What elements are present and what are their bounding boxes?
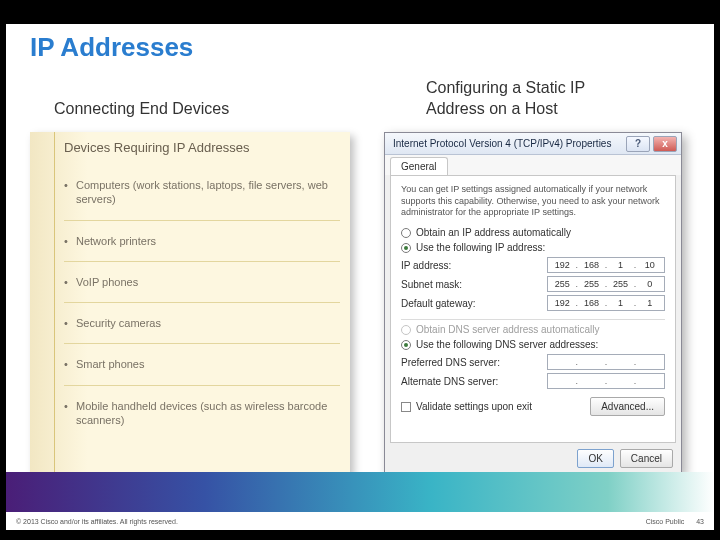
list-item: Network printers — [64, 221, 340, 262]
divider — [401, 319, 665, 320]
subnet-mask-input[interactable]: 255. 255. 255. 0 — [547, 276, 665, 292]
radio-obtain-ip-auto[interactable]: Obtain an IP address automatically — [401, 227, 665, 238]
field-label: IP address: — [401, 260, 451, 271]
radio-icon — [401, 228, 411, 238]
slide-footer: © 2013 Cisco and/or its affiliates. All … — [6, 512, 714, 530]
close-button[interactable]: x — [653, 136, 677, 152]
checkbox-icon — [401, 402, 411, 412]
help-button[interactable]: ? — [626, 136, 650, 152]
dialog-description: You can get IP settings assigned automat… — [401, 184, 665, 219]
radio-icon — [401, 340, 411, 350]
validate-row: Validate settings upon exit Advanced... — [401, 397, 665, 416]
dialog-footer: OK Cancel — [385, 443, 681, 473]
default-gateway-input[interactable]: 192. 168. 1. 1 — [547, 295, 665, 311]
note-heading: Devices Requiring IP Addresses — [64, 140, 340, 155]
ip-fields: IP address: 192. 168. 1. 10 Subnet mask:… — [401, 257, 665, 311]
list-item: Smart phones — [64, 344, 340, 385]
dialog-title: Internet Protocol Version 4 (TCP/IPv4) P… — [393, 138, 611, 149]
radio-label: Obtain an IP address automatically — [416, 227, 571, 238]
radio-use-following-dns[interactable]: Use the following DNS server addresses: — [401, 339, 665, 350]
list-item: VoIP phones — [64, 262, 340, 303]
gradient-bar — [6, 472, 714, 512]
alternate-dns-input[interactable]: . . . — [547, 373, 665, 389]
list-item: Mobile handheld devices (such as wireles… — [64, 386, 340, 441]
subtitle-left: Connecting End Devices — [54, 100, 229, 118]
note-panel: Devices Requiring IP Addresses Computers… — [30, 132, 350, 474]
cancel-button[interactable]: Cancel — [620, 449, 673, 468]
footer-copyright: © 2013 Cisco and/or its affiliates. All … — [16, 518, 178, 525]
field-label: Preferred DNS server: — [401, 357, 500, 368]
field-alternate-dns: Alternate DNS server: . . . — [401, 373, 665, 389]
radio-icon — [401, 325, 411, 335]
dialog-body: You can get IP settings assigned automat… — [390, 175, 676, 443]
footer-classification: Cisco Public — [646, 518, 685, 525]
window-buttons: ? x — [626, 136, 677, 152]
list-item: Computers (work stations, laptops, file … — [64, 165, 340, 221]
field-ip-address: IP address: 192. 168. 1. 10 — [401, 257, 665, 273]
ok-button[interactable]: OK — [577, 449, 613, 468]
ip-address-input[interactable]: 192. 168. 1. 10 — [547, 257, 665, 273]
dns-fields: Preferred DNS server: . . . Alternate DN… — [401, 354, 665, 389]
radio-label: Obtain DNS server address automatically — [416, 324, 599, 335]
subtitle-right: Configuring a Static IP Address on a Hos… — [426, 78, 646, 120]
footer-page: 43 — [696, 518, 704, 525]
advanced-button[interactable]: Advanced... — [590, 397, 665, 416]
checkbox-label: Validate settings upon exit — [416, 401, 532, 412]
preferred-dns-input[interactable]: . . . — [547, 354, 665, 370]
field-default-gateway: Default gateway: 192. 168. 1. 1 — [401, 295, 665, 311]
dialog-tabs: General — [385, 155, 681, 175]
radio-label: Use the following IP address: — [416, 242, 545, 253]
radio-use-following-ip[interactable]: Use the following IP address: — [401, 242, 665, 253]
radio-label: Use the following DNS server addresses: — [416, 339, 598, 350]
field-label: Default gateway: — [401, 298, 476, 309]
radio-obtain-dns-auto: Obtain DNS server address automatically — [401, 324, 665, 335]
ipv4-properties-dialog: Internet Protocol Version 4 (TCP/IPv4) P… — [384, 132, 682, 474]
field-label: Subnet mask: — [401, 279, 462, 290]
field-label: Alternate DNS server: — [401, 376, 498, 387]
field-preferred-dns: Preferred DNS server: . . . — [401, 354, 665, 370]
list-item: Security cameras — [64, 303, 340, 344]
slide-body: IP Addresses Connecting End Devices Conf… — [6, 24, 714, 530]
tab-general[interactable]: General — [390, 157, 448, 175]
field-subnet-mask: Subnet mask: 255. 255. 255. 0 — [401, 276, 665, 292]
page-title: IP Addresses — [30, 32, 193, 63]
note-list: Computers (work stations, laptops, file … — [64, 165, 340, 440]
dialog-titlebar: Internet Protocol Version 4 (TCP/IPv4) P… — [385, 133, 681, 155]
radio-icon — [401, 243, 411, 253]
validate-checkbox[interactable]: Validate settings upon exit — [401, 401, 532, 412]
